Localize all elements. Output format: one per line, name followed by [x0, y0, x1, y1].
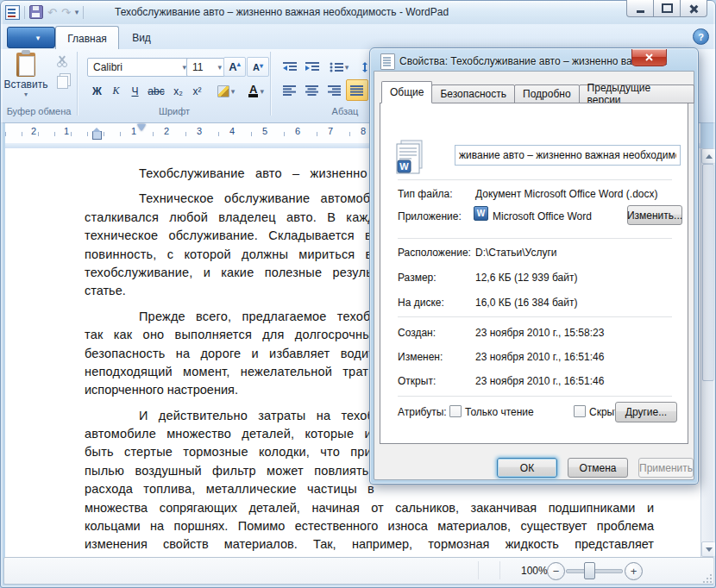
- created-value: 23 ноября 2010 г., 15:58:23: [475, 327, 604, 339]
- font-size-select[interactable]: 11▾: [186, 58, 225, 77]
- dialog-title: Свойства: Техобслуживание авто – жизненн…: [399, 55, 668, 67]
- other-attributes-button[interactable]: Другие...: [615, 402, 677, 422]
- resize-grip[interactable]: [707, 578, 708, 579]
- align-left-icon: [283, 85, 297, 96]
- hidden-checkbox[interactable]: [574, 405, 586, 417]
- attributes-label: Атрибуты:: [398, 406, 447, 418]
- minimize-button[interactable]: [626, 0, 654, 17]
- tab-security[interactable]: Безопасность: [431, 84, 515, 103]
- justify-button[interactable]: [346, 79, 368, 101]
- shrink-font-button[interactable]: A: [247, 57, 269, 77]
- paste-button[interactable]: Вставить ▾: [2, 50, 50, 105]
- subscript-button[interactable]: x₂: [168, 81, 188, 101]
- list-icon: [330, 62, 343, 72]
- zoom-slider-thumb[interactable]: [584, 562, 595, 579]
- minimize-icon: [637, 10, 644, 13]
- ruler-number: 7: [326, 126, 335, 136]
- ruler-number: 5: [261, 126, 269, 136]
- highlight-color-button[interactable]: ▾: [210, 81, 242, 101]
- tab-general[interactable]: Общие: [381, 81, 432, 103]
- dialog-close-button[interactable]: [631, 49, 667, 66]
- dialog-body: Общие Безопасность Подробно Предыдущие в…: [374, 71, 694, 480]
- highlight-pen-icon: [217, 85, 229, 97]
- qat-customize-caret-icon[interactable]: ▾: [75, 8, 79, 16]
- superscript-button[interactable]: x²: [187, 81, 207, 101]
- tab-details[interactable]: Подробно: [514, 84, 580, 103]
- ok-button[interactable]: ОК: [497, 458, 557, 478]
- document-line: изменения свойств материалов. Так, напри…: [85, 535, 654, 554]
- align-right-icon: [328, 85, 342, 96]
- separator: [398, 179, 672, 180]
- undo-icon[interactable]: ↶: [47, 7, 57, 18]
- justify-icon: [350, 85, 364, 96]
- close-button[interactable]: [680, 0, 707, 17]
- redo-icon[interactable]: ↷: [61, 7, 71, 18]
- change-app-button[interactable]: Изменить...: [627, 205, 682, 225]
- close-icon: [689, 4, 698, 13]
- document-line: множества сопрягающих деталей, начиная о…: [85, 499, 654, 517]
- strikethrough-button[interactable]: abc: [144, 81, 168, 101]
- maximize-button[interactable]: [653, 0, 681, 17]
- filename-input[interactable]: [455, 145, 681, 166]
- list-button[interactable]: ▾: [323, 56, 355, 78]
- tab-previous-versions[interactable]: Предыдущие версии: [579, 84, 694, 103]
- zoom-out-button[interactable]: −: [547, 562, 565, 580]
- font-family-value: Calibri: [93, 61, 122, 73]
- window-controls: [627, 0, 707, 17]
- grow-font-icon: A: [229, 60, 240, 73]
- increase-indent-icon: [305, 62, 319, 72]
- application-menu-button[interactable]: ▾: [7, 27, 55, 48]
- save-icon[interactable]: [29, 5, 43, 19]
- italic-button[interactable]: К: [106, 81, 126, 101]
- decrease-indent-icon: [283, 62, 297, 72]
- grow-font-button[interactable]: A: [223, 57, 246, 77]
- vertical-scrollbar[interactable]: [700, 148, 714, 557]
- document-line: кольцами на поршнях. Помимо естественног…: [85, 517, 654, 535]
- zoom-in-button[interactable]: +: [625, 562, 643, 580]
- ruler-number: 8: [359, 126, 367, 136]
- tab-view[interactable]: Вид: [119, 28, 164, 47]
- size-on-disk-label: На диске:: [398, 297, 444, 309]
- font-family-select[interactable]: Calibri▾: [87, 58, 190, 77]
- ruler-number: 3: [195, 126, 204, 136]
- readonly-checkbox[interactable]: [449, 405, 462, 417]
- font-color-icon: A: [248, 85, 258, 97]
- group-font: Calibri▾ 11▾ A A Ж К Ч abc x₂ x² ▾ A▾ Шр…: [79, 50, 270, 119]
- opened-value: 23 ноября 2010 г., 16:51:46: [475, 375, 604, 387]
- align-center-button[interactable]: [301, 79, 323, 101]
- cancel-button[interactable]: Отмена: [568, 458, 628, 478]
- increase-indent-button[interactable]: [301, 56, 323, 78]
- wordpad-app-icon[interactable]: [5, 5, 20, 20]
- ruler-number: 2: [162, 126, 171, 136]
- align-left-button[interactable]: [279, 79, 301, 101]
- chevron-down-icon: ▾: [24, 91, 28, 98]
- scrollbar-thumb[interactable]: [702, 164, 714, 381]
- first-line-indent-marker[interactable]: [137, 124, 146, 131]
- created-label: Создан:: [398, 327, 436, 339]
- font-color-button[interactable]: A▾: [242, 81, 271, 101]
- ruler-number: 4: [228, 126, 236, 136]
- ruler-number: 2: [29, 126, 38, 136]
- arrow-up-icon: [706, 154, 713, 159]
- ruler-number: 1: [62, 126, 71, 136]
- modified-value: 23 ноября 2010 г., 16:51:46: [475, 351, 604, 363]
- copy-icon[interactable]: [57, 76, 68, 89]
- underline-button[interactable]: Ч: [125, 81, 145, 101]
- file-type-label: Тип файла:: [398, 188, 453, 200]
- group-label: Буфер обмена: [2, 106, 76, 116]
- zoom-level: 100%: [521, 565, 548, 577]
- tab-home[interactable]: Главная: [55, 26, 119, 50]
- apply-button: Применить: [638, 458, 694, 478]
- scroll-up-button[interactable]: [701, 148, 716, 164]
- bold-button[interactable]: Ж: [87, 81, 107, 101]
- word-app-icon: W: [474, 206, 488, 221]
- scroll-down-button[interactable]: [701, 541, 716, 557]
- status-separator: [478, 561, 479, 579]
- decrease-indent-button[interactable]: [279, 56, 301, 78]
- separator: [398, 238, 672, 239]
- help-button[interactable]: ?: [693, 28, 709, 45]
- cut-icon[interactable]: [55, 55, 69, 67]
- left-indent-marker[interactable]: [92, 131, 102, 140]
- align-right-button[interactable]: [323, 79, 346, 101]
- chevron-down-icon: ▾: [36, 34, 41, 42]
